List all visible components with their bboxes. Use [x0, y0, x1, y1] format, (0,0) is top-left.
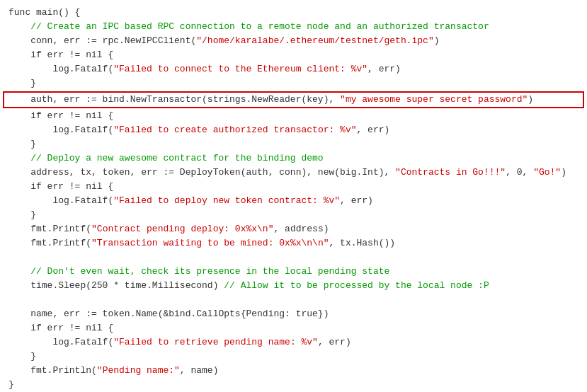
code-viewer: func main() { // Create an IPC based RPC…	[0, 0, 587, 392]
code-line: fmt.Println("Pending name:", name)	[0, 364, 587, 378]
code-line: if err != nil {	[0, 109, 587, 123]
code-line-empty	[0, 293, 587, 307]
code-line: conn, err := rpc.NewIPCClient("/home/kar…	[0, 34, 587, 48]
code-line-comment: // Don't even wait, check its presence i…	[0, 265, 587, 279]
code-line: log.Fatalf("Failed to deploy new token c…	[0, 194, 587, 208]
code-line: }	[0, 208, 587, 222]
code-line: address, tx, token, err := DeployToken(a…	[0, 166, 587, 180]
code-line: func main() {	[0, 6, 587, 20]
code-line-comment: // Create an IPC based RPC connection to…	[0, 20, 587, 34]
code-line: if err != nil {	[0, 180, 587, 194]
code-line: log.Fatalf("Failed to connect to the Eth…	[0, 62, 587, 76]
highlighted-code-line: auth, err := bind.NewTransactor(strings.…	[3, 91, 584, 108]
code-line: fmt.Printf("Transaction waiting to be mi…	[0, 236, 587, 250]
code-line: log.Fatalf("Failed to create authorized …	[0, 123, 587, 137]
code-line-comment: // Deploy a new awesome contract for the…	[0, 151, 587, 166]
code-line: fmt.Printf("Contract pending deploy: 0x%…	[0, 222, 587, 236]
code-line-empty	[0, 250, 587, 265]
code-line: if err != nil {	[0, 48, 587, 62]
code-line: if err != nil {	[0, 321, 587, 335]
code-line: }	[0, 137, 587, 151]
code-line: }	[0, 350, 587, 364]
code-line: name, err := token.Name(&bind.CallOpts{P…	[0, 307, 587, 321]
code-line: log.Fatalf("Failed to retrieve pending n…	[0, 335, 587, 350]
code-line: }	[0, 76, 587, 91]
code-line: }	[0, 378, 587, 392]
code-line: time.Sleep(250 * time.Millisecond) // Al…	[0, 279, 587, 293]
